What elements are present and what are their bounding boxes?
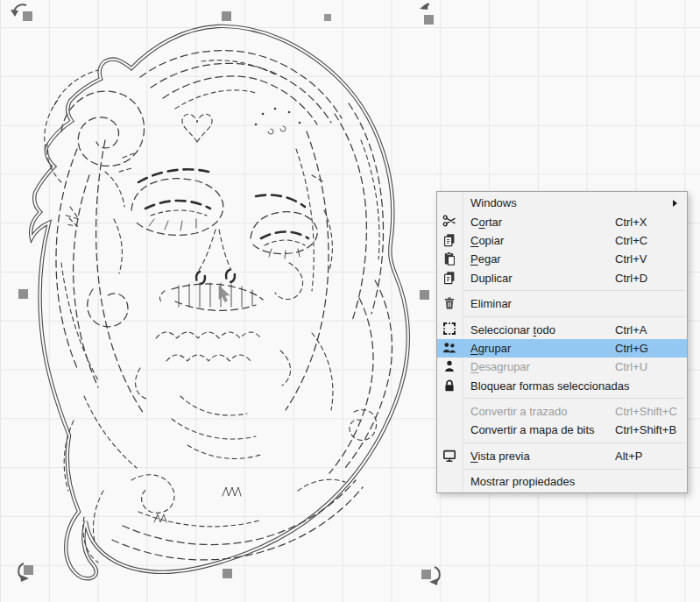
canvas[interactable]: WindowsCortarCtrl+XCopiarCtrl+CPegarCtrl… bbox=[0, 0, 700, 602]
menu-item-eliminar[interactable]: Eliminar bbox=[437, 294, 687, 313]
menu-separator bbox=[464, 469, 684, 470]
menu-item-shortcut: Ctrl+A bbox=[615, 323, 647, 336]
menu-item-label-post: esagrupar bbox=[478, 360, 530, 373]
scissors-icon bbox=[442, 214, 457, 229]
menu-item-label: Convertir a mapa de bits bbox=[470, 423, 595, 436]
menu-item-shortcut: Ctrl+X bbox=[615, 216, 647, 229]
menu-item-label: Seleccionar todo bbox=[470, 323, 555, 336]
menu-item-label: Vista previa bbox=[470, 450, 530, 463]
menu-item-duplicar[interactable]: DuplicarCtrl+D bbox=[437, 269, 687, 287]
menu-item-label: Eliminar bbox=[470, 297, 512, 310]
menu-separator bbox=[464, 398, 684, 399]
copy-icon bbox=[442, 233, 457, 248]
menu-item-label-accel: C bbox=[470, 234, 478, 247]
group-icon bbox=[442, 341, 457, 356]
menu-item-shortcut: Ctrl+V bbox=[615, 252, 647, 266]
menu-item-shortcut: Ctrl+U bbox=[615, 360, 647, 373]
menu-item-agrupar[interactable]: AgruparCtrl+G bbox=[437, 339, 687, 358]
select-all-icon bbox=[442, 322, 457, 336]
menu-item-label: Pegar bbox=[470, 252, 501, 266]
menu-item-label-pre: Mostrar propiedades bbox=[470, 475, 575, 488]
menu-item-shortcut: Ctrl+Shift+B bbox=[615, 423, 676, 436]
menu-icon-slot bbox=[442, 422, 457, 437]
menu-item-label-pre: Duplicar bbox=[470, 272, 513, 285]
menu-item-label-pre: Windows bbox=[470, 196, 517, 209]
menu-items-container: WindowsCortarCtrl+XCopiarCtrl+CPegarCtrl… bbox=[437, 194, 687, 491]
menu-item-cortar[interactable]: CortarCtrl+X bbox=[437, 212, 687, 230]
menu-item-seleccionar-todo[interactable]: Seleccionar todoCtrl+A bbox=[437, 320, 687, 338]
menu-item-label-accel: P bbox=[470, 252, 478, 266]
menu-item-label-pre: Bloquear formas seleccionadas bbox=[470, 379, 629, 393]
lock-icon bbox=[442, 379, 457, 393]
menu-item-convertir-a-mapa-de-bits[interactable]: Convertir a mapa de bitsCtrl+Shift+B bbox=[437, 421, 687, 439]
rotate-handle-bottom-right-icon[interactable] bbox=[428, 565, 449, 588]
menu-icon-slot bbox=[442, 195, 457, 210]
selection-handle-bottom-center[interactable] bbox=[223, 569, 232, 578]
selection-handle-top-center[interactable] bbox=[222, 11, 231, 21]
menu-item-label: Copiar bbox=[470, 234, 504, 247]
rotate-handle-top-right-icon[interactable] bbox=[420, 1, 432, 11]
menu-item-label: Mostrar propiedades bbox=[470, 475, 575, 488]
menu-item-convertir-a-trazado[interactable]: Convertir a trazadoCtrl+Shift+C bbox=[437, 402, 687, 421]
menu-item-shortcut: Ctrl+Shift+C bbox=[615, 405, 677, 418]
menu-item-label: Convertir a trazado bbox=[470, 405, 568, 418]
rotate-handle-bottom-left-icon[interactable] bbox=[11, 562, 32, 584]
selection-handle-top-secondary[interactable] bbox=[324, 14, 331, 21]
menu-item-label: Bloquear formas seleccionadas bbox=[470, 379, 629, 393]
paste-icon bbox=[442, 251, 457, 266]
menu-item-label: Desagrupar bbox=[470, 360, 530, 373]
selection-handle-middle-left[interactable] bbox=[18, 289, 28, 299]
duplicate-icon bbox=[442, 271, 457, 286]
menu-item-vista-previa[interactable]: Vista previaAlt+P bbox=[437, 447, 687, 465]
menu-item-label-post: egar bbox=[478, 252, 501, 266]
menu-item-label-accel: A bbox=[470, 342, 478, 355]
menu-item-windows[interactable]: Windows bbox=[437, 194, 687, 212]
menu-item-label-post: opiar bbox=[478, 234, 504, 247]
menu-item-pegar[interactable]: PegarCtrl+V bbox=[437, 250, 687, 268]
menu-item-mostrar-propiedades[interactable]: Mostrar propiedades bbox=[437, 472, 687, 491]
menu-item-label: Agrupar bbox=[470, 342, 511, 355]
menu-item-label-pre: Convertir a mapa de bits bbox=[470, 423, 595, 436]
menu-separator bbox=[464, 316, 684, 317]
menu-item-label-post: grupar bbox=[478, 342, 512, 355]
monitor-icon bbox=[442, 449, 457, 464]
menu-icon-slot bbox=[442, 474, 457, 489]
menu-item-label-post: ista previa bbox=[477, 450, 529, 463]
menu-item-label-accel: o bbox=[478, 216, 484, 229]
menu-item-desagrupar[interactable]: DesagruparCtrl+U bbox=[437, 358, 687, 376]
menu-item-shortcut: Ctrl+D bbox=[615, 272, 647, 285]
mouse-cursor bbox=[218, 286, 234, 305]
menu-item-label-pre: Eliminar bbox=[470, 297, 512, 310]
menu-item-label-pre: C bbox=[470, 216, 478, 229]
menu-item-shortcut: Alt+P bbox=[615, 450, 642, 463]
trash-icon bbox=[442, 296, 457, 311]
menu-icon-slot bbox=[442, 404, 457, 419]
menu-item-label-pre: Convertir a trazado bbox=[470, 405, 568, 418]
menu-item-shortcut: Ctrl+C bbox=[615, 234, 647, 247]
submenu-arrow-icon bbox=[673, 200, 677, 207]
menu-item-label: Windows bbox=[470, 196, 517, 209]
menu-item-label: Duplicar bbox=[470, 272, 513, 285]
menu-item-label-accel: D bbox=[470, 360, 478, 373]
rotate-handle-top-left-icon[interactable] bbox=[7, 1, 30, 24]
menu-separator bbox=[464, 443, 684, 443]
menu-item-bloquear-formas[interactable]: Bloquear formas seleccionadas bbox=[437, 377, 687, 395]
menu-item-label-pre: Seleccionar bbox=[470, 323, 534, 336]
selection-handle-top-right[interactable] bbox=[424, 15, 434, 25]
menu-item-label-post: rtar bbox=[485, 216, 503, 229]
menu-item-copiar[interactable]: CopiarCtrl+C bbox=[437, 231, 687, 250]
selection-handle-middle-right[interactable] bbox=[420, 290, 429, 300]
menu-item-label-post: odo bbox=[536, 323, 555, 336]
context-menu: WindowsCortarCtrl+XCopiarCtrl+CPegarCtrl… bbox=[436, 191, 688, 493]
menu-separator bbox=[464, 290, 684, 291]
menu-item-label: Cortar bbox=[470, 216, 502, 229]
menu-item-shortcut: Ctrl+G bbox=[615, 342, 648, 355]
ungroup-icon bbox=[442, 359, 457, 374]
